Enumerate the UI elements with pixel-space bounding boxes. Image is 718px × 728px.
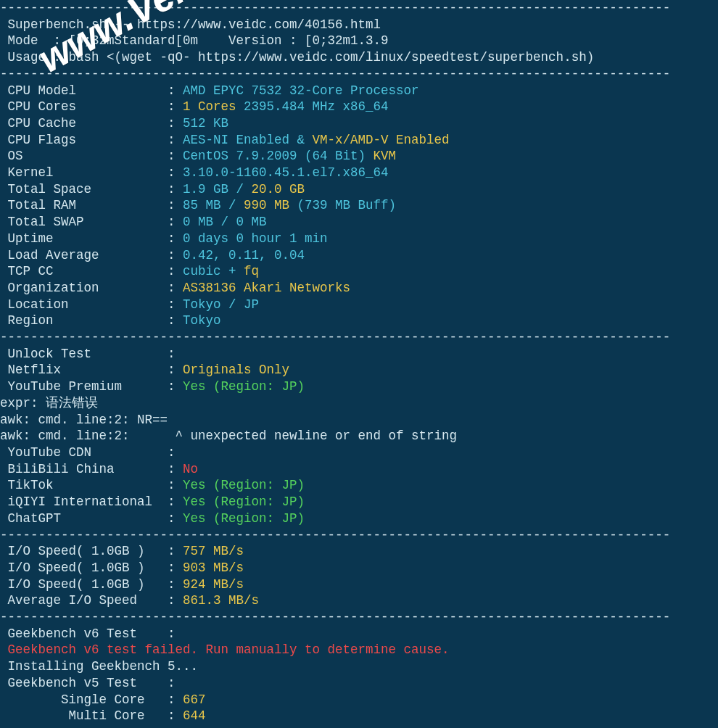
value: 990 MB xyxy=(244,198,297,212)
row-uptime: Uptime : 0 days 0 hour 1 min xyxy=(0,231,328,246)
row-io-2: I/O Speed( 1.0GB ) : 903 MB/s xyxy=(0,561,244,575)
label: BiliBili China : xyxy=(0,462,183,476)
label: TCP CC : xyxy=(0,264,183,278)
value: 0.42, 0.11, 0.04 xyxy=(183,248,305,262)
row-geekbench-v5: Geekbench v5 Test : xyxy=(0,676,176,690)
label: Organization : xyxy=(0,281,183,295)
label: Total SWAP : xyxy=(0,215,183,229)
label: Multi Core : xyxy=(0,708,183,723)
divider: ----------------------------------------… xyxy=(0,725,670,728)
row-youtube-premium: YouTube Premium : Yes (Region: JP) xyxy=(0,379,305,394)
value: AES-NI Enabled & xyxy=(183,133,313,147)
label: OS : xyxy=(0,149,183,163)
row-chatgpt: ChatGPT : Yes (Region: JP) xyxy=(0,511,305,526)
header-title: Superbench.sh -- https://www.veidc.com/4… xyxy=(0,17,381,32)
row-bilibili: BiliBili China : No xyxy=(0,462,198,476)
value: Yes (Region: JP) xyxy=(183,478,305,492)
row-io-avg: Average I/O Speed : 861.3 MB/s xyxy=(0,593,259,608)
divider: ----------------------------------------… xyxy=(0,610,670,624)
row-tiktok: TikTok : Yes (Region: JP) xyxy=(0,478,305,492)
value: 20.0 GB xyxy=(252,182,305,197)
label: Region : xyxy=(0,313,183,328)
row-cpu-cores: CPU Cores : 1 Cores 2395.484 MHz x86_64 xyxy=(0,99,389,114)
value: CentOS 7.9.2009 (64 Bit) xyxy=(183,149,374,163)
value: Yes (Region: JP) xyxy=(183,511,305,526)
value: No xyxy=(183,462,198,476)
header-mode: Mode : [0;32mStandard[0m Version : [0;32… xyxy=(0,33,389,48)
value: AMD EPYC 7532 32-Core Processor xyxy=(183,83,419,98)
header-usage: Usage : bash <(wget -qO- https://www.vei… xyxy=(0,50,594,65)
divider: ----------------------------------------… xyxy=(0,1,670,15)
value: cubic + xyxy=(183,264,244,278)
row-geekbench-multi: Multi Core : 644 xyxy=(0,708,206,723)
value: 861.3 MB/s xyxy=(183,593,259,608)
label: iQIYI International : xyxy=(0,495,183,509)
row-io-1: I/O Speed( 1.0GB ) : 757 MB/s xyxy=(0,544,244,558)
value: 924 MB/s xyxy=(183,577,244,592)
row-cpu-flags: CPU Flags : AES-NI Enabled & VM-x/AMD-V … xyxy=(0,133,450,147)
divider: ----------------------------------------… xyxy=(0,528,670,542)
value: AS38136 Akari Networks xyxy=(183,281,350,295)
value: KVM xyxy=(374,149,397,163)
value: 1.9 GB / xyxy=(183,182,252,197)
label: CPU Cores : xyxy=(0,99,183,114)
value: 512 KB xyxy=(183,116,228,131)
label: Uptime : xyxy=(0,231,183,246)
row-location: Location : Tokyo / JP xyxy=(0,297,259,312)
label: Average I/O Speed : xyxy=(0,593,183,608)
row-geekbench-single: Single Core : 667 xyxy=(0,692,206,707)
value: Tokyo xyxy=(183,313,221,328)
value: 85 MB / xyxy=(183,198,244,212)
value: 757 MB/s xyxy=(183,544,244,558)
value: Originals Only xyxy=(183,363,289,377)
row-tcp-cc: TCP CC : cubic + fq xyxy=(0,264,259,278)
row-netflix: Netflix : Originals Only xyxy=(0,363,289,377)
label: TikTok : xyxy=(0,478,183,492)
label: Total Space : xyxy=(0,182,183,197)
label: Load Average : xyxy=(0,248,183,262)
row-unlock-test: Unlock Test : xyxy=(0,347,176,361)
row-os: OS : CentOS 7.9.2009 (64 Bit) KVM xyxy=(0,149,396,163)
label: Kernel : xyxy=(0,165,183,180)
value: 2395.484 MHz x86_64 xyxy=(244,99,389,114)
value: (739 MB Buff) xyxy=(297,198,397,212)
value: Yes (Region: JP) xyxy=(183,495,305,509)
label: ChatGPT : xyxy=(0,511,183,526)
terminal-output[interactable]: ----------------------------------------… xyxy=(0,0,718,728)
label: Single Core : xyxy=(0,692,183,707)
label: CPU Cache : xyxy=(0,116,183,131)
row-geekbench-fail: Geekbench v6 test failed. Run manually t… xyxy=(0,642,450,657)
row-io-3: I/O Speed( 1.0GB ) : 924 MB/s xyxy=(0,577,244,592)
value: 667 xyxy=(183,692,206,707)
label: Total RAM : xyxy=(0,198,183,212)
row-cpu-cache: CPU Cache : 512 KB xyxy=(0,116,228,131)
row-total-space: Total Space : 1.9 GB / 20.0 GB xyxy=(0,182,305,197)
value: Yes (Region: JP) xyxy=(183,379,305,394)
row-region: Region : Tokyo xyxy=(0,313,221,328)
label: CPU Flags : xyxy=(0,133,183,147)
row-geekbench-v6: Geekbench v6 Test : xyxy=(0,626,176,641)
label: I/O Speed( 1.0GB ) : xyxy=(0,561,183,575)
divider: ----------------------------------------… xyxy=(0,330,670,344)
row-youtube-cdn: YouTube CDN : xyxy=(0,445,176,460)
row-iqiyi: iQIYI International : Yes (Region: JP) xyxy=(0,495,305,509)
value: 644 xyxy=(183,708,206,723)
row-error-awk2: awk: cmd. line:2: ^ unexpected newline o… xyxy=(0,429,457,443)
value: 903 MB/s xyxy=(183,561,244,575)
label: CPU Model : xyxy=(0,83,183,98)
value: 1 Cores xyxy=(183,99,244,114)
divider: ----------------------------------------… xyxy=(0,67,670,81)
label: Netflix : xyxy=(0,363,183,377)
value: 0 days 0 hour 1 min xyxy=(183,231,328,246)
row-total-swap: Total SWAP : 0 MB / 0 MB xyxy=(0,215,267,229)
row-cpu-model: CPU Model : AMD EPYC 7532 32-Core Proces… xyxy=(0,83,419,98)
value: VM-x/AMD-V Enabled xyxy=(313,133,450,147)
label: YouTube Premium : xyxy=(0,379,183,394)
row-organization: Organization : AS38136 Akari Networks xyxy=(0,281,350,295)
value: fq xyxy=(244,264,259,278)
label: Location : xyxy=(0,297,183,312)
label: I/O Speed( 1.0GB ) : xyxy=(0,544,183,558)
row-geekbench-install: Installing Geekbench 5... xyxy=(0,659,198,674)
row-load-average: Load Average : 0.42, 0.11, 0.04 xyxy=(0,248,305,262)
row-error-expr: expr: 语法错误 xyxy=(0,396,98,410)
